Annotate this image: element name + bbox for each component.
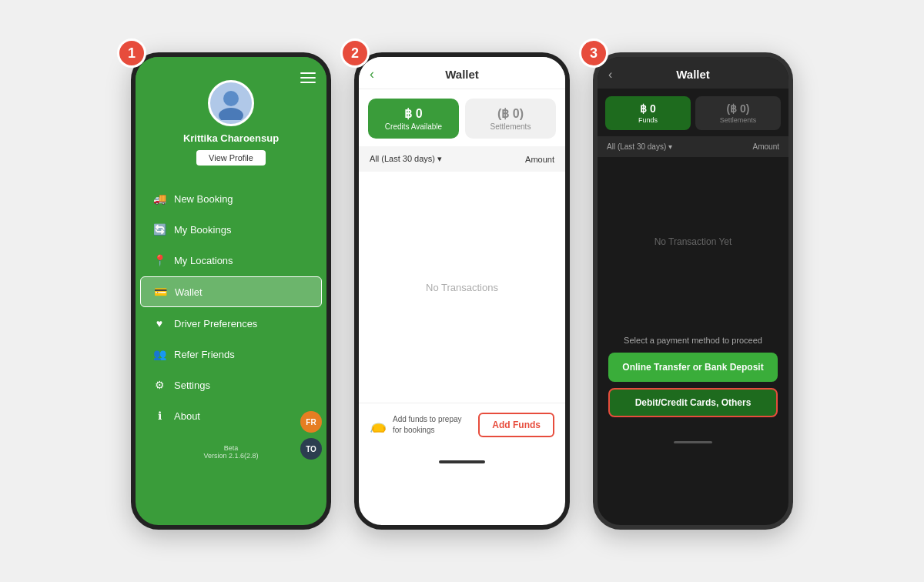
menu-item-label: Settings bbox=[174, 380, 210, 391]
to-bubble: TO bbox=[300, 438, 322, 460]
beta-label: Beta bbox=[142, 444, 320, 452]
home-bar bbox=[439, 460, 485, 463]
svg-point-1 bbox=[219, 108, 243, 120]
tab-settlements-dark[interactable]: (฿ 0) Settlements bbox=[695, 96, 781, 130]
tab-funds-amount-dark: ฿ 0 bbox=[610, 102, 686, 115]
version-label: Version 2.1.6(2.8) bbox=[142, 452, 320, 460]
menu-item-label: Driver Preferences bbox=[174, 318, 257, 329]
location-icon: 📍 bbox=[152, 253, 166, 267]
tab-settlements-label-dark: Settlements bbox=[700, 116, 776, 124]
sidebar-item-my-locations[interactable]: 📍 My Locations bbox=[140, 246, 322, 275]
filter-dropdown-dark[interactable]: All (Last 30 days) ▾ bbox=[607, 142, 672, 151]
phone-1-footer: Beta Version 2.1.6(2.8) bbox=[136, 438, 326, 466]
wallet-prepay-icon: 👝 bbox=[370, 416, 387, 433]
tab-settlements-amount-dark: (฿ 0) bbox=[700, 102, 776, 115]
wallet-tabs-dark: ฿ 0 Funds (฿ 0) Settlements bbox=[598, 89, 788, 130]
add-funds-info: 👝 Add funds to prepayfor bookings bbox=[370, 414, 462, 436]
step-badge-1: 1 bbox=[117, 38, 146, 68]
sidebar-item-wallet[interactable]: 💳 Wallet bbox=[140, 276, 322, 307]
tab-funds-label-dark: Funds bbox=[610, 116, 686, 124]
hamburger-button[interactable] bbox=[300, 72, 316, 83]
home-bar-dark bbox=[674, 441, 712, 443]
amount-label-dark: Amount bbox=[753, 142, 779, 151]
heart-icon: ♥ bbox=[152, 316, 166, 330]
tab-funds-amount: ฿ 0 bbox=[374, 106, 453, 121]
tab-funds-dark[interactable]: ฿ 0 Funds bbox=[605, 96, 691, 130]
no-transactions-dark: No Transaction Yet bbox=[598, 157, 788, 326]
sidebar-item-settings[interactable]: ⚙ Settings bbox=[140, 370, 322, 400]
phone-1-header: Krittika Charoensup View Profile bbox=[136, 57, 326, 178]
phone-3-home bbox=[598, 426, 788, 453]
sidebar-item-driver-preferences[interactable]: ♥ Driver Preferences bbox=[140, 309, 322, 338]
no-transactions-message: No Transactions bbox=[359, 172, 565, 403]
sidebar-item-refer-friends[interactable]: 👥 Refer Friends bbox=[140, 340, 322, 369]
fr-bubble: FR bbox=[300, 411, 322, 433]
tab-settlements-amount: (฿ 0) bbox=[471, 106, 550, 121]
user-name: Krittika Charoensup bbox=[183, 132, 279, 144]
view-profile-button[interactable]: View Profile bbox=[196, 150, 266, 166]
menu-item-label: My Bookings bbox=[174, 224, 231, 236]
payment-prompt: Select a payment method to proceed bbox=[608, 336, 778, 345]
back-button[interactable]: ‹ bbox=[370, 66, 374, 82]
info-icon: ℹ bbox=[152, 409, 166, 423]
phone-2: ‹ Wallet ฿ 0 Credits Available (฿ 0) Set… bbox=[354, 52, 570, 530]
screen-3-title: Wallet bbox=[676, 68, 710, 81]
menu-item-label: New Booking bbox=[174, 193, 233, 205]
tab-funds[interactable]: ฿ 0 Credits Available bbox=[368, 99, 459, 139]
amount-label: Amount bbox=[525, 155, 554, 164]
filter-dropdown[interactable]: All (Last 30 days) ▾ bbox=[370, 154, 442, 164]
truck-icon: 🚚 bbox=[152, 192, 166, 206]
screen-3-wrapper: 3 ‹ Wallet ฿ 0 Funds (฿ 0) Settlements A… bbox=[593, 52, 793, 530]
filter-bar-dark: All (Last 30 days) ▾ Amount bbox=[598, 136, 788, 157]
menu-list: 🚚 New Booking 🔄 My Bookings 📍 My Locatio… bbox=[136, 178, 326, 438]
phone-2-header: ‹ Wallet bbox=[359, 57, 565, 89]
bookings-icon: 🔄 bbox=[152, 222, 166, 236]
phone-3-header: ‹ Wallet bbox=[598, 57, 788, 89]
step-badge-2: 2 bbox=[340, 38, 370, 68]
menu-item-label: My Locations bbox=[174, 255, 233, 266]
home-indicator bbox=[359, 447, 565, 473]
avatar bbox=[208, 80, 254, 126]
tab-settlements[interactable]: (฿ 0) Settlements bbox=[465, 99, 556, 139]
add-funds-bar: 👝 Add funds to prepayfor bookings Add Fu… bbox=[359, 403, 565, 447]
tab-funds-label: Credits Available bbox=[374, 122, 453, 131]
add-funds-description: Add funds to prepayfor bookings bbox=[393, 414, 462, 436]
sidebar-item-my-bookings[interactable]: 🔄 My Bookings bbox=[140, 215, 322, 244]
payment-section: Select a payment method to proceed Onlin… bbox=[598, 326, 788, 426]
settings-icon: ⚙ bbox=[152, 378, 166, 392]
phone-3: ‹ Wallet ฿ 0 Funds (฿ 0) Settlements All… bbox=[593, 52, 793, 530]
friends-icon: 👥 bbox=[152, 347, 166, 361]
wallet-icon: 💳 bbox=[153, 285, 167, 299]
screen-2-wrapper: 2 ‹ Wallet ฿ 0 Credits Available (฿ 0) S… bbox=[354, 52, 570, 530]
add-funds-button[interactable]: Add Funds bbox=[478, 413, 554, 437]
tab-settlements-label: Settlements bbox=[471, 122, 550, 131]
phone-1: Krittika Charoensup View Profile 🚚 New B… bbox=[131, 52, 331, 530]
online-transfer-button[interactable]: Online Transfer or Bank Deposit bbox=[608, 353, 778, 382]
menu-item-label: Refer Friends bbox=[174, 349, 235, 360]
screen-1-wrapper: 1 Krittika Charoensup View Profile 🚚 New… bbox=[131, 52, 331, 530]
sidebar-item-about[interactable]: ℹ About bbox=[140, 401, 322, 430]
menu-item-label: Wallet bbox=[175, 286, 203, 298]
debit-credit-button[interactable]: Debit/Credit Cards, Others bbox=[608, 388, 778, 417]
filter-bar: All (Last 30 days) ▾ Amount bbox=[359, 146, 565, 172]
svg-point-0 bbox=[223, 91, 239, 106]
screen-2-title: Wallet bbox=[445, 68, 479, 81]
wallet-tabs: ฿ 0 Credits Available (฿ 0) Settlements bbox=[359, 89, 565, 139]
sidebar-item-new-booking[interactable]: 🚚 New Booking bbox=[140, 184, 322, 213]
menu-item-label: About bbox=[174, 410, 200, 422]
step-badge-3: 3 bbox=[579, 38, 608, 68]
back-button-dark[interactable]: ‹ bbox=[608, 68, 612, 82]
